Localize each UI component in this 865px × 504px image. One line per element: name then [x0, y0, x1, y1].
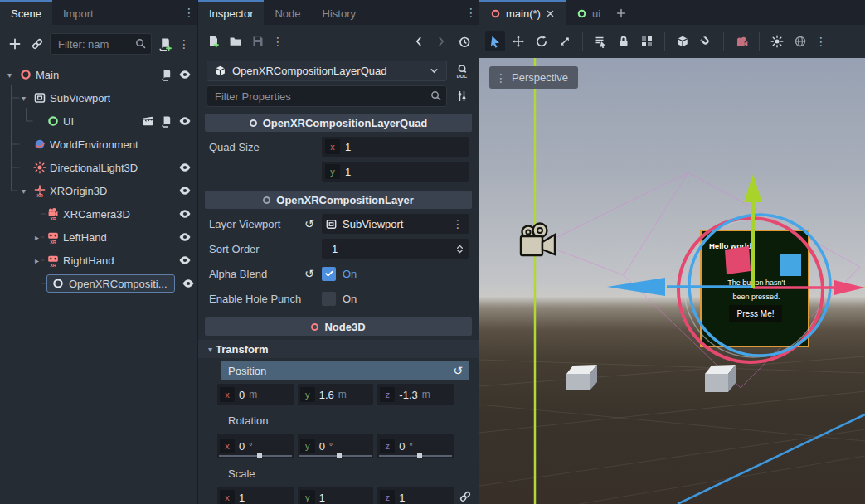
visibility-eye-icon[interactable] [178, 114, 192, 128]
tab-scene[interactable]: Scene [0, 0, 52, 25]
history-list-button[interactable] [454, 32, 474, 51]
white-cube-1[interactable] [566, 365, 597, 390]
node-type-selector[interactable]: OpenXRCompositionLayerQuad [207, 61, 447, 81]
tree-row-righthand[interactable]: ▸ XR RightHand [0, 249, 197, 272]
visibility-eye-icon[interactable] [178, 207, 192, 220]
instance-scene-button[interactable] [27, 34, 47, 54]
tree-row-directionallight3d[interactable]: DirectionalLight3D [0, 156, 197, 179]
revert-icon[interactable]: ↺ [304, 217, 322, 230]
tab-history[interactable]: History [312, 0, 367, 25]
tree-row-worldenvironment[interactable]: WorldEnvironment [0, 133, 197, 156]
tree-row-main[interactable]: ▾ Main [0, 63, 197, 86]
revert-icon[interactable]: ↺ [304, 267, 322, 280]
position-x-field[interactable]: x 0 m [217, 384, 294, 405]
scene-toolbar-menu-icon[interactable]: ⋮ [177, 37, 192, 51]
tab-inspector[interactable]: Inspector [198, 0, 264, 25]
scale-x-field[interactable]: x 1 [217, 487, 294, 504]
environment-settings-button[interactable] [790, 32, 810, 51]
close-icon[interactable] [546, 9, 555, 18]
hole-punch-checkbox[interactable] [322, 292, 336, 306]
add-node-button[interactable] [5, 34, 25, 54]
list-select-button[interactable] [590, 32, 610, 51]
scene-tab-menu-icon[interactable]: ⋮ [182, 0, 197, 25]
snap-toggle-button[interactable] [696, 32, 716, 51]
sort-order-field[interactable]: 1 [322, 239, 469, 259]
load-resource-button[interactable] [226, 32, 245, 51]
group-selected-button[interactable] [637, 32, 657, 51]
scale-y-field[interactable]: y 1 [298, 487, 374, 504]
rotation-z-slider[interactable] [379, 455, 452, 457]
quad-size-y-field[interactable]: y 1 [322, 162, 469, 182]
tab-import[interactable]: Import [52, 0, 104, 25]
expand-icon[interactable]: ▸ [31, 256, 43, 265]
rotation-z-field[interactable]: z 0 ° [377, 434, 454, 458]
position-property-header[interactable]: Position ↺ [221, 361, 469, 380]
position-y-field[interactable]: y 1.6 m [298, 384, 374, 405]
perspective-menu[interactable]: ⋮ Perspective [489, 66, 578, 89]
property-tools-button[interactable] [452, 86, 472, 106]
attach-script-button[interactable] [154, 34, 174, 54]
expand-icon[interactable]: ▸ [31, 233, 43, 242]
tree-row-openxrcomposition[interactable]: OpenXRCompositi... [0, 272, 197, 295]
visibility-eye-icon[interactable] [182, 277, 195, 290]
scale-tool-button[interactable] [555, 32, 575, 51]
layer-viewport-field[interactable]: SubViewport ⋮ [322, 214, 469, 234]
scene-tab-ui[interactable]: ui [566, 0, 611, 25]
selected-node-box[interactable]: OpenXRCompositi... [46, 274, 175, 293]
viewport-options-icon[interactable]: ⋮ [450, 217, 465, 230]
viewport-3d[interactable]: Hello world! The button hasn't been pres… [479, 58, 865, 504]
transform-group-header[interactable]: ▾ Transform [198, 340, 479, 358]
tree-row-ui[interactable]: UI [0, 109, 197, 133]
collapse-icon[interactable]: ▾ [17, 94, 30, 103]
visibility-eye-icon[interactable] [178, 161, 192, 174]
local-space-button[interactable] [673, 32, 692, 51]
inspector-tab-menu-icon[interactable]: ⋮ [464, 0, 479, 25]
rotation-y-field[interactable]: y 0 ° [298, 434, 374, 458]
position-z-field[interactable]: z -1.3 m [377, 384, 454, 405]
tree-row-lefthand[interactable]: ▸ XR LeftHand [0, 225, 197, 249]
history-forward-button[interactable] [431, 32, 451, 51]
tree-row-xrcamera3d[interactable]: XR XRCamera3D [0, 202, 197, 225]
section-openxrcompositionlayerquad[interactable]: OpenXRCompositionLayerQuad [205, 114, 472, 132]
new-resource-button[interactable] [203, 32, 223, 51]
rotation-x-slider[interactable] [219, 455, 292, 457]
movie-clapper-icon[interactable] [142, 115, 154, 128]
collapse-icon[interactable]: ▾ [3, 70, 16, 80]
scene-tab-main[interactable]: main(*) [479, 0, 566, 25]
sun-settings-button[interactable] [767, 32, 787, 51]
collapse-icon[interactable]: ▾ [17, 187, 30, 196]
white-cube-2[interactable] [705, 365, 736, 392]
tree-row-xrorigin3d[interactable]: ▾ XR XROrigin3D [0, 179, 197, 202]
tree-row-subviewport[interactable]: ▾ SubViewport [0, 86, 197, 109]
section-openxrcompositionlayer[interactable]: OpenXRCompositionLayer [205, 191, 472, 209]
revert-icon[interactable]: ↺ [453, 364, 463, 377]
history-back-button[interactable] [409, 32, 429, 51]
rotation-x-field[interactable]: x 0 ° [217, 434, 294, 458]
open-docs-button[interactable]: DOC [452, 61, 472, 81]
move-tool-button[interactable] [508, 32, 528, 51]
visibility-eye-icon[interactable] [178, 68, 192, 81]
tab-node[interactable]: Node [264, 0, 311, 25]
visibility-eye-icon[interactable] [178, 230, 192, 244]
select-tool-button[interactable] [485, 32, 505, 51]
section-node3d[interactable]: Node3D [205, 317, 472, 336]
lock-selected-button[interactable] [614, 32, 634, 51]
visibility-eye-icon[interactable] [178, 254, 192, 267]
rotate-tool-button[interactable] [532, 32, 552, 51]
scale-link-button[interactable] [459, 490, 472, 504]
viewport-menu-icon[interactable]: ⋮ [814, 35, 829, 48]
script-icon[interactable] [160, 69, 173, 81]
new-scene-tab-button[interactable] [611, 3, 631, 23]
scale-z-field[interactable]: z 1 [377, 487, 454, 504]
rotation-y-slider[interactable] [299, 455, 372, 457]
script-icon[interactable] [160, 115, 173, 128]
property-filter-input[interactable] [207, 85, 447, 107]
camera-gizmo[interactable] [521, 224, 555, 256]
visibility-eye-icon[interactable] [178, 184, 192, 197]
resource-menu-icon[interactable]: ⋮ [270, 35, 285, 48]
quad-size-x-field[interactable]: x 1 [322, 137, 469, 157]
preview-camera-button[interactable] [731, 32, 751, 51]
spinner-updown-icon[interactable] [454, 244, 465, 254]
save-resource-button[interactable] [248, 32, 268, 51]
alpha-blend-checkbox[interactable] [322, 267, 336, 281]
